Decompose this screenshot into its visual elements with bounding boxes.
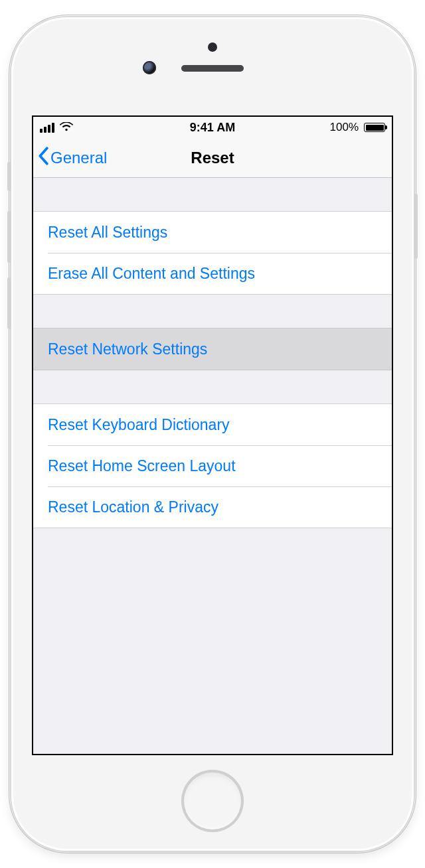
row-label: Reset Network Settings [48,340,207,358]
section-spacer [33,178,392,211]
back-button[interactable]: General [33,147,107,169]
reset-keyboard-dictionary-row[interactable]: Reset Keyboard Dictionary [33,404,392,445]
reset-group-3: Reset Keyboard Dictionary Reset Home Scr… [33,403,392,528]
reset-group-2: Reset Network Settings [33,328,392,370]
chevron-left-icon [37,147,49,169]
erase-all-content-row[interactable]: Erase All Content and Settings [33,253,392,294]
row-label: Reset Keyboard Dictionary [48,416,230,434]
reset-all-settings-row[interactable]: Reset All Settings [33,212,392,253]
screen: 9:41 AM 100% General Reset [33,117,392,754]
section-spacer [33,295,392,328]
section-spacer [33,370,392,403]
row-label: Erase All Content and Settings [48,265,255,283]
iphone-device-frame: 9:41 AM 100% General Reset [11,17,414,851]
battery-icon [364,123,385,132]
settings-list: Reset All Settings Erase All Content and… [33,178,392,528]
reset-network-settings-row[interactable]: Reset Network Settings [33,328,392,370]
row-label: Reset All Settings [48,224,167,242]
status-time: 9:41 AM [33,121,392,135]
status-bar: 9:41 AM 100% [33,117,392,138]
nav-bar: General Reset [33,138,392,178]
power-button [414,194,418,259]
proximity-sensor [208,42,217,52]
row-label: Reset Home Screen Layout [48,457,236,475]
mute-switch [7,162,11,191]
volume-down-button [7,277,11,329]
earpiece-speaker [181,65,244,72]
front-camera [143,61,156,74]
home-button[interactable] [181,770,244,832]
row-label: Reset Location & Privacy [48,498,218,516]
reset-location-privacy-row[interactable]: Reset Location & Privacy [33,486,392,528]
reset-group-1: Reset All Settings Erase All Content and… [33,211,392,295]
volume-up-button [7,211,11,263]
reset-home-screen-layout-row[interactable]: Reset Home Screen Layout [33,445,392,486]
back-label: General [50,149,107,167]
